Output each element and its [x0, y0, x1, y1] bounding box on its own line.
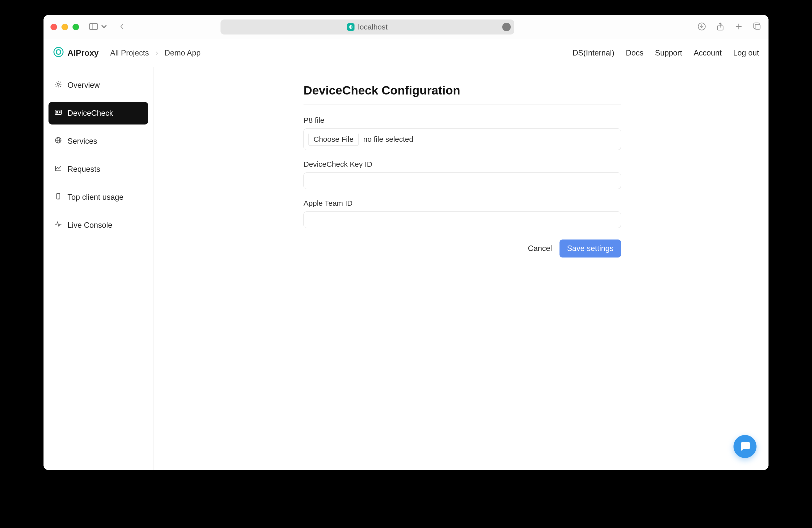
field-team-id: Apple Team ID [304, 199, 621, 228]
svg-point-17 [57, 83, 59, 86]
downloads-button[interactable] [697, 22, 706, 32]
team-id-label: Apple Team ID [304, 199, 621, 207]
sidebar-item-label: Services [68, 137, 97, 146]
browser-chrome: localhost [44, 15, 768, 39]
traffic-lights [50, 24, 79, 30]
tabs-icon [753, 22, 762, 32]
sidebar-item-label: Live Console [68, 221, 112, 230]
svg-point-15 [56, 49, 61, 54]
app-body: Overview DeviceCheck [44, 67, 768, 470]
svg-point-14 [54, 47, 63, 57]
tab-overview-button[interactable] [753, 22, 762, 32]
app: AIProxy All Projects Demo App DS(Interna… [44, 39, 768, 470]
brand-name: AIProxy [68, 48, 99, 58]
svg-rect-13 [755, 24, 760, 29]
choose-file-button[interactable]: Choose File [308, 133, 359, 146]
site-badge-icon [347, 23, 354, 31]
sidebar-item-services[interactable]: Services [48, 130, 148, 152]
nav-logout[interactable]: Log out [733, 48, 759, 58]
sidebar-item-devicecheck[interactable]: DeviceCheck [48, 102, 148, 124]
sidebar-item-requests[interactable]: Requests [48, 158, 148, 180]
sidebar-item-label: Overview [68, 81, 100, 90]
svg-point-16 [58, 46, 59, 48]
window-minimize-button[interactable] [61, 24, 68, 30]
field-p8-file: P8 file Choose File no file selected [304, 116, 621, 150]
sidebar-item-top-client-usage[interactable]: Top client usage [48, 186, 148, 208]
nav-docs[interactable]: Docs [626, 48, 643, 58]
content-inner: DeviceCheck Configuration P8 file Choose… [304, 84, 621, 258]
chevron-down-icon [100, 23, 108, 31]
chevron-right-icon [155, 48, 159, 58]
key-id-input[interactable] [304, 173, 621, 189]
window-fullscreen-button[interactable] [72, 24, 79, 30]
file-status-text: no file selected [363, 135, 413, 144]
share-icon [716, 22, 725, 32]
sidebar-item-label: Requests [68, 165, 100, 174]
app-header: AIProxy All Projects Demo App DS(Interna… [44, 39, 768, 67]
save-settings-button[interactable]: Save settings [560, 239, 621, 258]
chart-icon [55, 164, 62, 174]
content: DeviceCheck Configuration P8 file Choose… [154, 67, 768, 470]
sidebar-item-overview[interactable]: Overview [48, 74, 148, 97]
id-card-icon [55, 108, 62, 118]
field-key-id: DeviceCheck Key ID [304, 160, 621, 189]
sidebar-item-live-console[interactable]: Live Console [48, 214, 148, 236]
phone-icon [55, 192, 62, 202]
page-title: DeviceCheck Configuration [304, 84, 621, 104]
window-close-button[interactable] [50, 24, 57, 30]
globe-icon [55, 136, 62, 146]
browser-window: localhost [44, 15, 768, 470]
plus-icon [735, 22, 743, 32]
chevron-left-icon [119, 24, 125, 30]
download-icon [697, 22, 706, 32]
file-input-container[interactable]: Choose File no file selected [304, 129, 621, 150]
sidebar-item-label: DeviceCheck [68, 109, 113, 118]
share-button[interactable] [716, 22, 725, 32]
brand-logo-icon [53, 46, 64, 59]
gear-icon [55, 80, 62, 90]
key-id-label: DeviceCheck Key ID [304, 160, 621, 168]
new-tab-button[interactable] [735, 22, 743, 32]
p8-file-label: P8 file [304, 116, 621, 124]
sidebar-icon [89, 23, 98, 31]
svg-point-19 [57, 111, 58, 113]
nav-support[interactable]: Support [655, 48, 682, 58]
chat-icon [739, 440, 751, 453]
url-text: localhost [358, 23, 388, 31]
activity-icon [55, 220, 62, 230]
sidebar-item-label: Top client usage [68, 193, 124, 202]
browser-toolbar-right [697, 22, 762, 32]
page-options-button[interactable] [502, 23, 511, 31]
browser-back-button[interactable] [117, 23, 127, 31]
form-actions: Cancel Save settings [304, 239, 621, 258]
nav-ds-internal[interactable]: DS(Internal) [572, 48, 614, 58]
sidebar-toggle-button[interactable] [89, 23, 108, 31]
chat-widget-button[interactable] [734, 435, 756, 458]
brand[interactable]: AIProxy [53, 46, 99, 59]
breadcrumb: All Projects Demo App [110, 48, 201, 58]
url-bar[interactable]: localhost [220, 19, 514, 34]
svg-point-3 [350, 26, 351, 28]
sidebar: Overview DeviceCheck [44, 67, 154, 470]
header-nav: DS(Internal) Docs Support Account Log ou… [572, 48, 759, 58]
team-id-input[interactable] [304, 211, 621, 228]
breadcrumb-current[interactable]: Demo App [164, 48, 201, 58]
cancel-button[interactable]: Cancel [528, 244, 552, 253]
breadcrumb-root[interactable]: All Projects [110, 48, 149, 58]
nav-account[interactable]: Account [694, 48, 722, 58]
svg-rect-0 [89, 24, 98, 29]
